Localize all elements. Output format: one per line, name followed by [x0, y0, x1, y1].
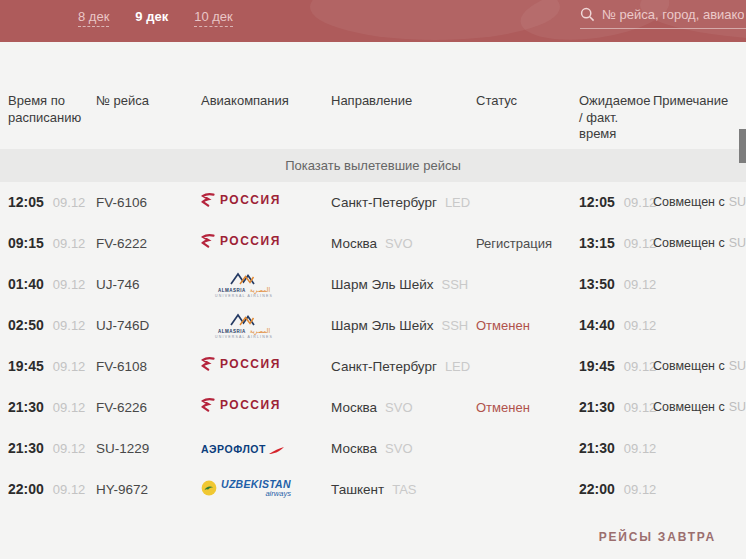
- scheduled-time: 02:50: [8, 317, 44, 333]
- airline-logo: РОССИЯ: [201, 234, 281, 248]
- note-text: Совмещен с: [653, 195, 725, 209]
- search-box: [580, 7, 746, 29]
- rossiya-ribbon-icon: [201, 234, 215, 248]
- top-bar: 8 дек 9 дек 10 дек: [0, 0, 746, 42]
- expected-date: 09.12: [624, 318, 657, 333]
- destination-city: Москва: [331, 441, 377, 456]
- airport-code: SVO: [385, 441, 412, 456]
- table-row[interactable]: 12:0509.12 FV-6106 РОССИЯ Санкт-Петербур…: [0, 182, 746, 223]
- expected-date: 09.12: [624, 195, 657, 210]
- table-row[interactable]: 21:3009.12 FV-6226 РОССИЯ МоскваSVO Отме…: [0, 387, 746, 428]
- expected-time: 21:30: [579, 399, 615, 415]
- airline-logo: РОССИЯ: [201, 398, 281, 412]
- airport-code: LED: [445, 359, 470, 374]
- airline-logo: АЭРОФЛОТ: [201, 443, 285, 455]
- expected-time: 13:50: [579, 276, 615, 292]
- destination-city: Санкт-Петербург: [331, 195, 437, 210]
- col-note: Примечание: [653, 93, 746, 143]
- destination-city: Москва: [331, 400, 377, 415]
- destination-city: Санкт-Петербург: [331, 359, 437, 374]
- scheduled-date: 09.12: [53, 400, 86, 415]
- rossiya-logo-text: РОССИЯ: [220, 398, 281, 412]
- scrollbar-thumb[interactable]: [739, 129, 746, 163]
- scheduled-date: 09.12: [53, 359, 86, 374]
- table-row[interactable]: 01:4009.12 UJ-746 ALMASRIA المصرية UNIVE…: [0, 264, 746, 305]
- expected-date: 09.12: [624, 441, 657, 456]
- note-flight-code: SU-6226: [729, 400, 746, 414]
- flight-number: FV-6226: [96, 400, 201, 415]
- table-header: Время по расписанию № рейса Авиакомпания…: [0, 42, 746, 149]
- table-row[interactable]: 21:3009.12 SU-1229 АЭРОФЛОТ МоскваSVO 21…: [0, 428, 746, 469]
- rossiya-logo: РОССИЯ: [201, 357, 281, 371]
- note-flight-code: SU-6108: [729, 359, 746, 373]
- table-row[interactable]: 09:1509.12 FV-6222 РОССИЯ МоскваSVO Реги…: [0, 223, 746, 264]
- table-row[interactable]: 19:4509.12 FV-6108 РОССИЯ Санкт-Петербур…: [0, 346, 746, 387]
- col-airline: Авиакомпания: [201, 93, 331, 143]
- scheduled-time: 19:45: [8, 358, 44, 374]
- rossiya-logo-text: РОССИЯ: [220, 357, 281, 371]
- aeroflot-wing-icon: [268, 446, 285, 455]
- flight-number: UJ-746D: [96, 318, 201, 333]
- rossiya-logo-text: РОССИЯ: [220, 234, 281, 248]
- uzbekistan-airways-logo: UZBEKISTAN airways: [201, 478, 291, 498]
- almasria-mountains-icon: [227, 272, 261, 285]
- expected-date: 09.12: [624, 236, 657, 251]
- scheduled-time: 12:05: [8, 194, 44, 210]
- uzbekistan-bird-icon: [201, 480, 217, 496]
- scheduled-time: 21:30: [8, 399, 44, 415]
- airport-code: SVO: [385, 236, 412, 251]
- col-expected-time: Ожидаемое / факт. время: [579, 93, 653, 143]
- almasria-arabic-text: المصرية: [250, 286, 270, 293]
- table-row[interactable]: 22:0009.12 HY-9672 UZBEKISTAN airways Та…: [0, 469, 746, 510]
- rossiya-logo: РОССИЯ: [201, 398, 281, 412]
- search-icon: [580, 7, 595, 22]
- airport-code: TAS: [392, 482, 416, 497]
- scheduled-time: 22:00: [8, 481, 44, 497]
- scheduled-date: 09.12: [53, 195, 86, 210]
- destination-city: Ташкент: [331, 482, 384, 497]
- expected-date: 09.12: [624, 277, 657, 292]
- note-flight-code: SU-6106: [729, 195, 746, 209]
- tab-date-8-dec[interactable]: 8 дек: [78, 9, 109, 27]
- almasria-logo: ALMASRIA المصرية UNIVERSAL AIRLINES: [215, 313, 273, 339]
- table-row[interactable]: 02:5009.12 UJ-746D ALMASRIA المصرية UNIV…: [0, 305, 746, 346]
- scheduled-date: 09.12: [53, 441, 86, 456]
- note-text: Совмещен с: [653, 236, 725, 250]
- almasria-logo-text: ALMASRIA: [218, 329, 246, 334]
- expected-time: 19:45: [579, 358, 615, 374]
- scheduled-time: 21:30: [8, 440, 44, 456]
- expected-date: 09.12: [624, 400, 657, 415]
- show-departed-flights-toggle[interactable]: Показать вылетевшие рейсы: [0, 149, 746, 182]
- note-flight-code: SU-6222: [729, 236, 746, 250]
- airline-logo: ALMASRIA المصرية UNIVERSAL AIRLINES: [201, 313, 273, 339]
- expected-date: 09.12: [624, 482, 657, 497]
- scheduled-date: 09.12: [53, 277, 86, 292]
- expected-time: 14:40: [579, 317, 615, 333]
- flight-number: FV-6222: [96, 236, 201, 251]
- airport-code: SVO: [385, 400, 412, 415]
- destination-city: Шарм Эль Шейх: [331, 277, 434, 292]
- flight-number: HY-9672: [96, 482, 201, 497]
- rossiya-ribbon-icon: [201, 193, 215, 207]
- rossiya-logo: РОССИЯ: [201, 234, 281, 248]
- almasria-arabic-text: المصرية: [250, 327, 270, 334]
- rows: 12:0509.12 FV-6106 РОССИЯ Санкт-Петербур…: [0, 182, 746, 510]
- col-status: Статус: [476, 93, 579, 143]
- expected-date: 09.12: [624, 359, 657, 374]
- tab-date-10-dec[interactable]: 10 дек: [194, 9, 233, 27]
- flight-number: UJ-746: [96, 277, 201, 292]
- tab-date-9-dec[interactable]: 9 дек: [135, 9, 168, 27]
- search-input[interactable]: [602, 7, 744, 22]
- status-text: Отменен: [476, 318, 579, 333]
- airport-code: SSH: [442, 277, 469, 292]
- footer: РЕЙСЫ ЗАВТРА: [0, 530, 746, 544]
- note-text: Совмещен с: [653, 359, 725, 373]
- scheduled-date: 09.12: [53, 318, 86, 333]
- flight-number: SU-1229: [96, 441, 201, 456]
- expected-time: 13:15: [579, 235, 615, 251]
- status-text: Регистрация: [476, 236, 579, 251]
- col-flight-number: № рейса: [96, 93, 201, 143]
- flights-tomorrow-link[interactable]: РЕЙСЫ ЗАВТРА: [599, 530, 716, 544]
- status-text: Отменен: [476, 400, 579, 415]
- uzbekistan-logo-subtext: airways: [265, 489, 290, 498]
